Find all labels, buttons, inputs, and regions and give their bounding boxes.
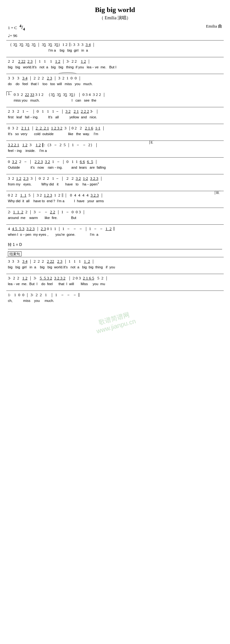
title: Big big world <box>6 6 224 14</box>
music-notation-13: 3 3 3 3 4 ｜ 2 2 2 2 22 2 3 ｜ 1 1 1 1 2 ｜ <box>6 257 224 265</box>
music-notation-15: 1· 1 0 0 ｜ 3· 2 2 1 ｜ 1 － － － ‖ <box>6 291 224 298</box>
key-label: 1 = C <box>8 25 17 30</box>
divider <box>8 249 222 249</box>
lyric-13: big big girl in a big big world.It's not… <box>6 265 224 271</box>
lyric-7: feel－ing inside. I'm a <box>6 148 224 155</box>
music-notation-14: 3· 2 2 1 2 ｜ 3· 5 5 3 2 3 2 3 2 ｜ 2 0 3 … <box>6 274 224 282</box>
lyric-5: first leaf fall－ing. It's all yellow and… <box>6 115 224 121</box>
jieju-section: 结束句 <box>6 250 224 257</box>
music-notation-9: 3 2 1 2 2 3 3 ｜ 0 2 2 1 － ｜ 2 2 3 2 1·2 … <box>6 174 224 182</box>
score-block-14: 3· 2 2 1 2 ｜ 3· 5 5 3 2 3 2 3 2 ｜ 2 0 3 … <box>6 274 224 288</box>
key-time: 1 = C 4/4 <box>8 23 25 32</box>
lyric-11: around me warm like fire. But <box>6 215 224 222</box>
score-block-2: 2 2 2 22 2 3 ｜ 1 1 1 1 2 ｜ 3· 2 2 1 2 ｜ … <box>6 57 224 71</box>
score-block-12: 4 4 5 5 3 3 2 3 ｜ 2 3 0 1 1 ｜ 1 － － － ｜ … <box>6 224 224 239</box>
music-notation-12: 4 4 5 5 3 3 2 3 ｜ 2 3 0 1 1 ｜ 1 － － － ｜ … <box>6 224 224 232</box>
ending-2-marker: II. <box>149 141 154 144</box>
lyric-3: do do feel that I too too will miss you … <box>6 81 224 88</box>
music-notation-3: 3 3 3 3 4 ｜ 2 2 2 2 3 ｜ 3 2 1 0 0 ｜ <box>6 74 224 82</box>
lyric-14: lea－ve me. But I do feel that I will Mis… <box>6 281 224 288</box>
score-block-6: 0 3 2 2 1 1 ｜ 2 2 2 1 1 2 3 2 3 ｜0 2 2 2… <box>6 124 224 138</box>
score-block-3: 3 3 3 3 4 ｜ 2 2 2 2 3 ｜ 3 2 1 0 0 ｜ do d… <box>6 74 224 88</box>
tempo: ♩= 96 <box>6 33 224 38</box>
score-block-9: 3 2 1 2 2 3 3 ｜ 0 2 2 1 － ｜ 2 2 3 2 1·2 … <box>6 174 224 188</box>
music-notation-8: 0 3 2 2 － ｜ 2 2 3 3 2 1 － ｜ 0 1 1 6 6 6 … <box>6 157 224 165</box>
lyric-1: I'm a big big girl in a <box>6 48 224 54</box>
music-notation-2: 2 2 2 22 2 3 ｜ 1 1 1 1 2 ｜ 3· 2 2 1 2 ｜ <box>6 57 224 65</box>
lyric-2: big big world.It's not a big big thing i… <box>6 65 224 71</box>
score-block-4: 1. 0 3 2 22 33 3 1 2 （35 35 35 35）｜ 0 3 … <box>6 91 224 104</box>
key-change: 转 1 = D <box>6 241 224 248</box>
music-notation-6: 0 3 2 2 1 1 ｜ 2 2 2 1 1 2 3 2 3 ｜0 2 2 2… <box>6 124 224 132</box>
music-notation-11: 2· 1 1 2 2 ｜ 3 － － 2 2 ｜ 1 － 0 0 3 ｜ <box>6 208 224 216</box>
page: Big big world （ Emilia 演唱） 1 = C 4/4 Emi… <box>0 0 230 310</box>
music-notation-10: 0 2 2 1 1 5 ｜ 3 2 1 2 3 1 2 ‖｜ 0 4 4 4 4… <box>6 191 224 199</box>
lyric-6: It's so very cold outside like the way. … <box>6 131 224 138</box>
jieju-label: 结束句 <box>8 251 21 256</box>
score-block-5: 2 3 2 1 － ｜ 0 1 1 1 － ｜ 3 2 2 1 2 2 2 3·… <box>6 107 224 121</box>
composer: Emilia 曲 <box>206 23 222 29</box>
music-notation-1: （ 35 35 35 35 ｜ 35 35 35）1 2 ‖: 3 3 3 3 … <box>6 40 224 48</box>
lyric-4: miss you much. I can see the <box>12 98 224 104</box>
score-block-11: 2· 1 1 2 2 ｜ 3 － － 2 2 ｜ 1 － 0 0 3 ｜ aro… <box>6 208 224 222</box>
lyric-15: ch, miss you much. <box>6 298 224 305</box>
header-info: 1 = C 4/4 Emilia 曲 <box>6 23 224 32</box>
subtitle: （ Emilia 演唱） <box>6 15 224 21</box>
ending-3-marker: III. <box>215 191 221 195</box>
ending-1-marker: 1. <box>6 91 12 96</box>
lyric-9: from my eyes. Why did it have to ha－ppen… <box>6 182 224 188</box>
score-block-1: （ 35 35 35 35 ｜ 35 35 35）1 2 ‖: 3 3 3 3 … <box>6 40 224 54</box>
lyric-12: when I o－pen my eyes， you're gone. I'm a <box>6 232 224 239</box>
lyric-10: Why did it all have to end？ I'm a I have… <box>6 198 224 205</box>
time-sig: 4/4 <box>19 25 25 30</box>
score-block-13: 3 3 3 3 4 ｜ 2 2 2 2 22 2 3 ｜ 1 1 1 1 2 ｜… <box>6 257 224 271</box>
score-block-15: 1· 1 0 0 ｜ 3· 2 2 1 ｜ 1 － － － ‖ ch, miss… <box>6 291 224 305</box>
score-block-10: III. 0 2 2 1 1 5 ｜ 3 2 1 2 3 1 2 ‖｜ 0 4 … <box>6 191 224 205</box>
music-notation-5: 2 3 2 1 － ｜ 0 1 1 1 － ｜ 3 2 2 1 2 2 2 3·… <box>6 107 224 115</box>
tempo-value: ♩= 96 <box>8 33 17 38</box>
score-block-7: II. 3 2 2 1 1 2 3 1 2 ‖:（3 － 2 5 ｜ 1 － －… <box>6 141 224 155</box>
music-notation-4: 0 3 2 22 33 3 1 2 （35 35 35 35）｜ 0 3 4 3… <box>12 91 224 98</box>
music-notation-7: 3 2 2 1 1 2 3 1 2 ‖:（3 － 2 5 ｜ 1 － － 2）｜ <box>6 141 224 148</box>
score-block-8: 0 3 2 2 － ｜ 2 2 3 3 2 1 － ｜ 0 1 1 6 6 6 … <box>6 157 224 172</box>
watermark: 歌谱简谱网www.jianpu.cn <box>94 309 136 335</box>
lyric-8: Outside it's now rain－ing. and tears are… <box>6 165 224 172</box>
